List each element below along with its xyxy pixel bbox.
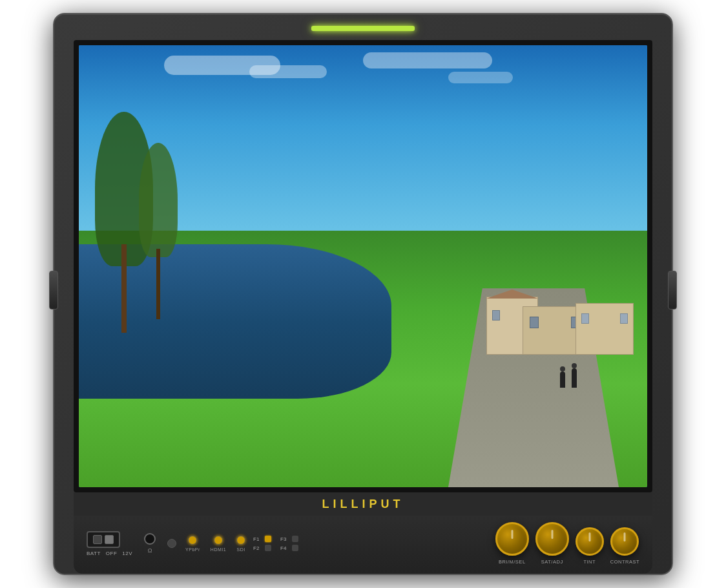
f2-label: F2 <box>253 545 262 551</box>
control-panel: BATT OFF 12V Ω YPbPr HDMI1 <box>74 516 652 574</box>
person-1 <box>560 372 565 388</box>
handle-right <box>668 271 677 310</box>
power-label-off: OFF <box>106 551 118 556</box>
power-label-batt: BATT <box>87 551 101 556</box>
tint-knob[interactable] <box>576 527 604 556</box>
contrast-knob-wrap: CONTRAST <box>610 527 639 565</box>
f1-row: F1 <box>253 536 271 542</box>
f4-row: F4 <box>280 545 298 551</box>
f1-led[interactable] <box>265 536 271 542</box>
roof-1 <box>486 289 538 299</box>
switch-bar-on <box>105 535 114 544</box>
window-6 <box>620 313 628 324</box>
knobs-section: BRI/M/SEL SAT/ADJ TINT CONTRAST <box>495 522 639 565</box>
f2-row: F2 <box>253 545 271 551</box>
window-1 <box>492 310 500 320</box>
contrast-knob[interactable] <box>610 527 639 556</box>
screen-display <box>79 45 647 487</box>
indicator-dot-section <box>167 539 176 548</box>
tint-knob-label: TINT <box>583 559 596 565</box>
led-indicator <box>311 26 415 31</box>
headphone-jack[interactable] <box>144 533 156 545</box>
jack-label: Ω <box>148 547 152 554</box>
cloud-4 <box>448 72 513 83</box>
input-buttons: YPbPr HDMI1 SDI <box>185 536 245 552</box>
bri-knob[interactable] <box>495 522 529 556</box>
window-3 <box>530 317 539 328</box>
f4-label: F4 <box>280 545 289 551</box>
ypbpr-button[interactable] <box>188 536 197 545</box>
window-5 <box>581 313 589 324</box>
buildings-layer <box>375 178 647 355</box>
sat-knob[interactable] <box>535 522 569 556</box>
sat-knob-wrap: SAT/ADJ <box>535 522 569 565</box>
hdmi1-button-wrap: HDMI1 <box>211 536 226 552</box>
sat-knob-label: SAT/ADJ <box>541 559 563 565</box>
tree-center <box>136 143 181 320</box>
handle-left <box>49 271 58 310</box>
power-switch[interactable] <box>87 531 120 548</box>
clouds-layer <box>79 49 647 109</box>
people-group <box>558 368 579 390</box>
screen-bezel <box>74 40 652 492</box>
person-2 <box>572 368 577 388</box>
building-3 <box>576 303 634 355</box>
brand-label: LILLIPUT <box>322 498 404 511</box>
power-label-12v: 12V <box>122 551 132 556</box>
tree-center-foliage <box>139 143 178 258</box>
hdmi1-label: HDMI1 <box>211 547 226 552</box>
power-labels: BATT OFF 12V <box>87 551 132 556</box>
monitor-body: LILLIPUT BATT OFF 12V Ω <box>53 13 673 575</box>
cloud-2 <box>249 65 327 78</box>
switch-bar-off <box>93 535 102 544</box>
ypbpr-button-wrap: YPbPr <box>185 536 200 552</box>
contrast-knob-label: CONTRAST <box>610 559 639 565</box>
screen-content <box>79 45 647 487</box>
ypbpr-label: YPbPr <box>185 547 200 552</box>
f-buttons-section: F1 F3 F2 F4 <box>253 536 298 551</box>
cloud-3 <box>363 52 492 68</box>
hdmi1-button[interactable] <box>214 536 223 545</box>
tree-center-trunk <box>156 249 160 319</box>
tree-trunk <box>121 244 127 333</box>
headphone-jack-section: Ω <box>144 533 156 554</box>
bri-knob-label: BRI/M/SEL <box>499 559 526 565</box>
sdi-button[interactable] <box>236 536 245 545</box>
sdi-button-wrap: SDI <box>236 536 245 552</box>
tint-knob-wrap: TINT <box>576 527 604 565</box>
sdi-label: SDI <box>237 547 245 552</box>
f3-led[interactable] <box>292 536 298 542</box>
indicator-dot <box>167 539 176 548</box>
bri-knob-wrap: BRI/M/SEL <box>495 522 529 565</box>
f4-led[interactable] <box>292 545 298 551</box>
f3-label: F3 <box>280 536 289 542</box>
f2-led[interactable] <box>265 545 271 551</box>
brand-bar: LILLIPUT <box>74 492 652 516</box>
f3-row: F3 <box>280 536 298 542</box>
power-section: BATT OFF 12V <box>87 531 132 556</box>
f1-label: F1 <box>253 536 262 542</box>
